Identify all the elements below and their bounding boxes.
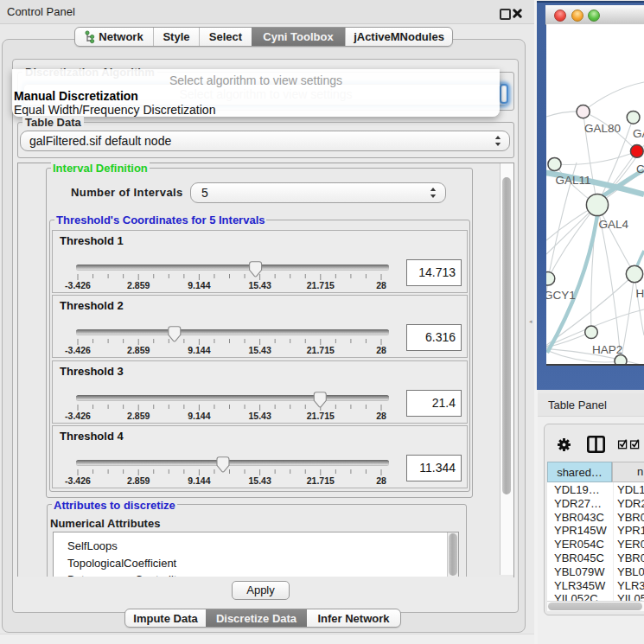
svg-text:GAL80: GAL80 xyxy=(584,122,621,135)
svg-text:H: H xyxy=(636,287,644,300)
svg-text:HAP2: HAP2 xyxy=(592,343,622,356)
svg-text:GAL4: GAL4 xyxy=(599,218,629,231)
svg-text:GCY1: GCY1 xyxy=(546,289,576,302)
svg-text:C: C xyxy=(636,163,644,175)
svg-text:GA: GA xyxy=(633,127,644,140)
svg-text:GAL11: GAL11 xyxy=(556,174,591,187)
